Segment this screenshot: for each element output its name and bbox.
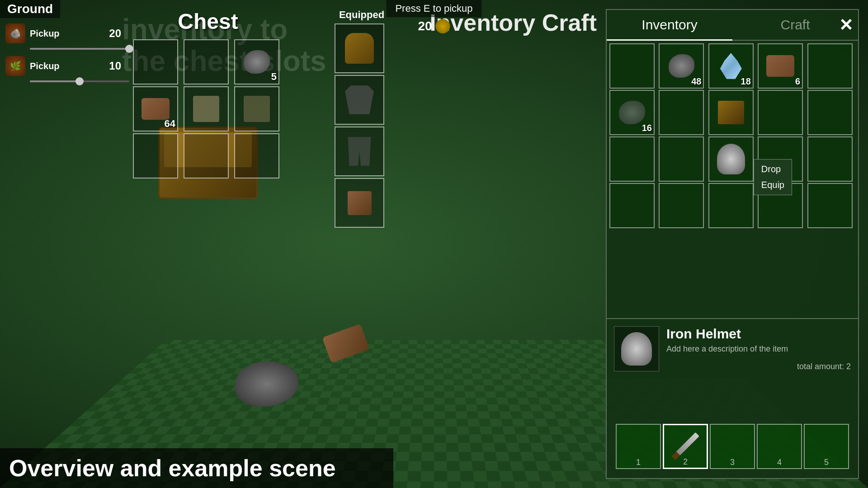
item-total-value: 2 (846, 362, 851, 371)
inv-item-furniture (718, 101, 744, 125)
chest-slot-2-count: 5 (271, 71, 277, 83)
hotbar-slot-2[interactable]: 2 (663, 424, 708, 469)
pickup-label-1: Pickup (30, 28, 100, 39)
chest-item-rock (244, 50, 270, 74)
inv-slot-2[interactable]: 18 (708, 43, 754, 89)
inv-slot-14[interactable] (807, 136, 853, 182)
inv-slot-0[interactable] (609, 43, 655, 89)
inv-slot-4[interactable] (807, 43, 853, 89)
inv-slot-15[interactable] (609, 183, 655, 228)
chest-panel: Chest 5 64 (131, 9, 285, 180)
inv-slot-1[interactable]: 48 (659, 43, 704, 89)
chest-slot-5[interactable] (234, 86, 279, 131)
pickup-value-1: 20 (105, 27, 121, 40)
coin-icon (436, 19, 450, 33)
chest-grid[interactable]: 5 64 (131, 38, 285, 180)
hotbar-num-4: 4 (777, 458, 782, 467)
inv-slot-9[interactable] (807, 90, 853, 135)
inv-item-crystal (720, 53, 742, 79)
equipped-pants (345, 137, 374, 166)
context-menu: Drop Equip (754, 159, 792, 195)
chest-slot-3-count: 64 (165, 118, 175, 130)
pickup-row-2: 🌿 Pickup 10 (5, 56, 121, 76)
chest-slot-6[interactable] (133, 133, 178, 178)
hotbar-slot-5[interactable]: 5 (804, 424, 849, 469)
item-icon-large (614, 326, 659, 371)
inv-slot-8[interactable] (758, 90, 803, 135)
inv-slot-10[interactable] (609, 136, 655, 182)
hotbar-slots: 1 2 3 4 5 (611, 424, 854, 469)
inv-slot-19[interactable] (807, 183, 853, 228)
coin-display: 20 (418, 19, 450, 33)
pickup-hint-text: Press E to pickup (395, 3, 472, 14)
equipped-slot-misc[interactable] (335, 178, 384, 228)
hotbar-item-sword (671, 432, 699, 460)
equipped-panel: Equipped (335, 9, 389, 230)
inv-slot-11[interactable] (659, 136, 704, 182)
tab-inventory[interactable]: Inventory (607, 10, 732, 40)
chest-slot-2[interactable]: 5 (234, 39, 279, 84)
chest-slot-4[interactable] (184, 86, 229, 131)
chest-slot-3[interactable]: 64 (133, 86, 178, 131)
hotbar-num-5: 5 (824, 458, 829, 467)
slider-1[interactable] (30, 48, 129, 50)
item-info: Iron Helmet Add here a description of th… (666, 326, 851, 354)
hotbar: 1 2 3 4 5 (607, 419, 858, 474)
chest-slot-7[interactable] (184, 133, 229, 178)
chest-item-char2 (244, 96, 270, 122)
hotbar-slot-4[interactable]: 4 (757, 424, 802, 469)
chest-slot-8[interactable] (234, 133, 279, 178)
item-detail-name: Iron Helmet (666, 326, 851, 342)
inv-item-rock2 (619, 101, 645, 125)
inv-item-rock1 (669, 54, 695, 78)
ground-label: Ground (0, 0, 60, 18)
inv-item-helmet (717, 144, 745, 174)
equipped-label: Equipped (335, 9, 389, 21)
chest-item-log (142, 98, 170, 120)
tab-craft[interactable]: Craft (732, 10, 858, 40)
inv-slot-17[interactable] (708, 183, 754, 228)
equipped-slot-head[interactable] (335, 23, 384, 73)
pickup-row-1: 🪨 Pickup 20 (5, 23, 121, 43)
equipped-log (348, 191, 372, 215)
hotbar-num-1: 1 (636, 458, 641, 467)
chest-title: Chest (131, 9, 285, 34)
context-equip[interactable]: Equip (754, 177, 792, 193)
inventory-grid[interactable]: 48 18 6 16 Drop Equip (607, 41, 858, 231)
chest-slot-1[interactable] (184, 39, 229, 84)
hotbar-slot-3[interactable]: 3 (710, 424, 755, 469)
item-total: total amount: 2 (797, 362, 851, 371)
coin-count: 20 (418, 19, 432, 33)
inv-slot-5[interactable]: 16 (609, 90, 655, 135)
inv-slot-3[interactable]: 6 (758, 43, 803, 89)
chest-slot-0[interactable] (133, 39, 178, 84)
inv-slot-7[interactable] (708, 90, 754, 135)
hotbar-num-3: 3 (730, 458, 735, 467)
inv-slot-6[interactable] (659, 90, 704, 135)
item-detail-panel: Iron Helmet Add here a description of th… (607, 318, 858, 379)
inv-slot-16[interactable] (659, 183, 704, 228)
context-drop[interactable]: Drop (754, 161, 792, 177)
equipped-glove (345, 33, 374, 64)
inv-slot-5-count: 16 (642, 123, 652, 133)
equipped-slot-body[interactable] (335, 75, 384, 125)
item-total-label: total amount: (797, 362, 844, 371)
close-button[interactable]: × (840, 14, 853, 35)
ground-panel: 🪨 Pickup 20 🌿 Pickup 10 (0, 18, 127, 88)
pickup-label-2: Pickup (30, 61, 100, 71)
inv-item-log (766, 55, 794, 77)
bottom-text: Overview and example scene (0, 448, 393, 488)
item-detail-desc: Add here a description of the item (666, 344, 851, 354)
hotbar-num-2: 2 (683, 457, 688, 467)
pickup-hint-bar: Press E to pickup (386, 0, 481, 17)
slider-2[interactable] (30, 80, 129, 82)
inv-slot-2-count: 18 (741, 76, 751, 87)
pickup-icon-2: 🌿 (5, 56, 25, 76)
inventory-panel: Inventory Craft × 48 18 6 16 (606, 9, 859, 479)
equipped-shirt (345, 85, 374, 114)
hotbar-slot-1[interactable]: 1 (616, 424, 661, 469)
equipped-slot-legs[interactable] (335, 127, 384, 176)
inv-slot-12[interactable]: Drop Equip (708, 136, 754, 182)
pickup-icon-1: 🪨 (5, 23, 25, 43)
tabs-row: Inventory Craft × (607, 10, 858, 41)
